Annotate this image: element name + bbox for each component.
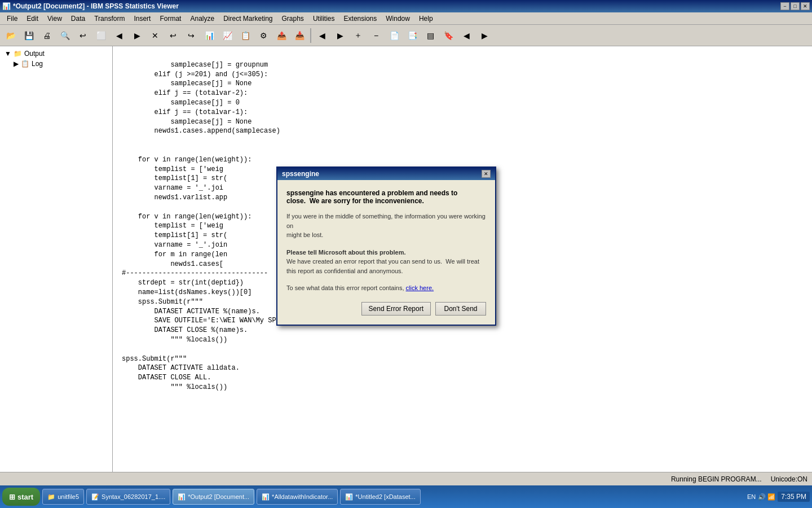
taskbar-right: EN 🔊 📶 7:35 PM	[747, 492, 810, 502]
taskbar-alldata[interactable]: 📊 *AlldatawithIndicator...	[257, 489, 338, 505]
toolbar-btn-4[interactable]: ↩	[74, 27, 91, 44]
menu-item-direct-marketing[interactable]: Direct Marketing	[219, 14, 277, 24]
menu-item-edit[interactable]: Edit	[22, 14, 43, 24]
toolbar-btn-13[interactable]: 📋	[237, 27, 254, 44]
title-text: *Output2 [Document2] - IBM SPSS Statisti…	[13, 2, 179, 10]
taskbar-untitled2-label: *Untitled2 [xDataset...	[355, 493, 415, 500]
taskbar-alldata-label: *AlldatawithIndicator...	[272, 493, 333, 500]
menu-item-window[interactable]: Window	[381, 14, 414, 24]
menu-item-view[interactable]: View	[43, 14, 67, 24]
close-button[interactable]: ✕	[801, 2, 810, 10]
taskbar-syntax[interactable]: 📝 Syntax_06282017_1....	[86, 489, 170, 505]
toolbar-btn-25[interactable]: 🔖	[440, 27, 457, 44]
taskbar-unitfile5-icon: 📁	[47, 493, 55, 501]
toolbar-btn-6[interactable]: ◀	[111, 27, 127, 44]
toolbar-btn-11[interactable]: 📊	[201, 27, 218, 44]
dialog-section2-strong: Please tell Microsoft about this problem…	[286, 249, 405, 256]
taskbar: ⊞ start 📁 unitfile5 📝 Syntax_06282017_1.…	[0, 485, 812, 508]
title-bar-left: 📊 *Output2 [Document2] - IBM SPSS Statis…	[2, 2, 179, 10]
menu-item-help[interactable]: Help	[414, 14, 438, 24]
app-icon: 📊	[2, 2, 11, 10]
toolbar-btn-7[interactable]: ▶	[129, 27, 145, 44]
toolbar-btn-22[interactable]: 📄	[386, 27, 403, 44]
dialog-title-bar: spssengine ✕	[277, 168, 495, 180]
tree-output[interactable]: ▼ 📁 Output	[2, 49, 110, 59]
taskbar-output2[interactable]: 📊 *Output2 [Document...	[173, 489, 254, 505]
menu-bar: FileEditViewDataTransformInsertFormatAna…	[0, 12, 812, 25]
click-here-link[interactable]: click here.	[406, 284, 434, 291]
dialog-section2: Please tell Microsoft about this problem…	[286, 248, 486, 276]
dialog-section3: To see what data this error report conta…	[286, 283, 486, 293]
minimize-button[interactable]: −	[780, 2, 789, 10]
dialog-buttons: Send Error Report Don't Send	[286, 302, 486, 316]
toolbar: 📂💾🖨🔍↩⬜◀▶✕↩↪📊📈📋⚙📤📥◀▶＋−📄📑▤🔖◀▶	[0, 25, 812, 46]
toolbar-btn-9[interactable]: ↩	[165, 27, 182, 44]
tree-log[interactable]: ▶ 📋 Log	[2, 59, 110, 69]
toolbar-btn-5[interactable]: ⬜	[92, 27, 109, 44]
menu-item-graphs[interactable]: Graphs	[277, 14, 308, 24]
toolbar-btn-14[interactable]: ⚙	[255, 27, 272, 44]
dialog: spssengine ✕ spssengine has encountered …	[276, 167, 496, 326]
menu-item-data[interactable]: Data	[67, 14, 90, 24]
menu-item-format[interactable]: Format	[155, 14, 186, 24]
status-unicode: Unicode:ON	[771, 475, 807, 483]
toolbar-btn-0[interactable]: 📂	[2, 27, 19, 44]
menu-item-transform[interactable]: Transform	[90, 14, 129, 24]
title-bar-controls: − □ ✕	[780, 2, 810, 10]
dialog-title-text: spssengine	[282, 170, 319, 178]
status-running: Running BEGIN PROGRAM...	[671, 475, 762, 483]
tree-log-arrow: ▶	[14, 60, 19, 68]
status-bar: Running BEGIN PROGRAM... Unicode:ON	[0, 472, 812, 485]
left-panel: ▼ 📁 Output ▶ 📋 Log	[0, 46, 113, 472]
menu-item-insert[interactable]: Insert	[129, 14, 155, 24]
taskbar-syntax-icon: 📝	[91, 493, 99, 501]
title-bar: 📊 *Output2 [Document2] - IBM SPSS Statis…	[0, 0, 812, 12]
toolbar-btn-26[interactable]: ◀	[458, 27, 475, 44]
toolbar-btn-27[interactable]: ▶	[476, 27, 493, 44]
taskbar-unitfile5[interactable]: 📁 unitfile5	[42, 489, 84, 505]
taskbar-alldata-icon: 📊	[262, 493, 270, 501]
tree-log-icon: 📋	[21, 60, 29, 68]
menu-item-utilities[interactable]: Utilities	[308, 14, 339, 24]
toolbar-btn-2[interactable]: 🖨	[38, 27, 55, 44]
taskbar-output2-label: *Output2 [Document...	[188, 493, 249, 500]
toolbar-btn-10[interactable]: ↪	[183, 27, 200, 44]
taskbar-unitfile5-label: unitfile5	[58, 493, 79, 500]
dialog-section1: If you were in the middle of something, …	[286, 212, 486, 240]
tree-output-label: Output	[24, 50, 45, 58]
toolbar-btn-19[interactable]: ▶	[332, 27, 348, 44]
toolbar-btn-21[interactable]: −	[368, 27, 385, 44]
dialog-body: spssengine has encountered a problem and…	[277, 180, 495, 325]
menu-item-extensions[interactable]: Extensions	[339, 14, 382, 24]
taskbar-untitled2[interactable]: 📊 *Untitled2 [xDataset...	[340, 489, 420, 505]
taskbar-untitled2-icon: 📊	[345, 493, 353, 501]
toolbar-btn-20[interactable]: ＋	[350, 27, 367, 44]
windows-icon: ⊞	[9, 493, 15, 501]
toolbar-separator	[310, 28, 311, 43]
toolbar-btn-23[interactable]: 📑	[404, 27, 421, 44]
toolbar-btn-24[interactable]: ▤	[422, 27, 439, 44]
dialog-header: spssengine has encountered a problem and…	[286, 189, 486, 205]
toolbar-btn-3[interactable]: 🔍	[56, 27, 73, 44]
taskbar-lang: EN	[747, 493, 756, 500]
tree-output-icon2: 📁	[14, 50, 22, 58]
menu-item-file[interactable]: File	[2, 14, 22, 24]
start-label: start	[17, 493, 33, 501]
tree-output-icon: ▼	[5, 50, 11, 58]
tree-log-label: Log	[32, 60, 43, 68]
toolbar-btn-8[interactable]: ✕	[147, 27, 164, 44]
send-error-report-button[interactable]: Send Error Report	[361, 302, 431, 316]
menu-item-analyze[interactable]: Analyze	[186, 14, 219, 24]
clock: 7:35 PM	[778, 492, 810, 502]
toolbar-btn-16[interactable]: 📥	[291, 27, 308, 44]
taskbar-syntax-label: Syntax_06282017_1....	[102, 493, 165, 500]
dialog-close-button[interactable]: ✕	[482, 170, 491, 178]
toolbar-btn-18[interactable]: ◀	[314, 27, 330, 44]
taskbar-output2-icon: 📊	[178, 493, 186, 501]
toolbar-btn-12[interactable]: 📈	[219, 27, 236, 44]
dont-send-button[interactable]: Don't Send	[435, 302, 486, 316]
toolbar-btn-1[interactable]: 💾	[20, 27, 37, 44]
maximize-button[interactable]: □	[791, 2, 800, 10]
toolbar-btn-15[interactable]: 📤	[273, 27, 290, 44]
start-button[interactable]: ⊞ start	[2, 488, 40, 506]
